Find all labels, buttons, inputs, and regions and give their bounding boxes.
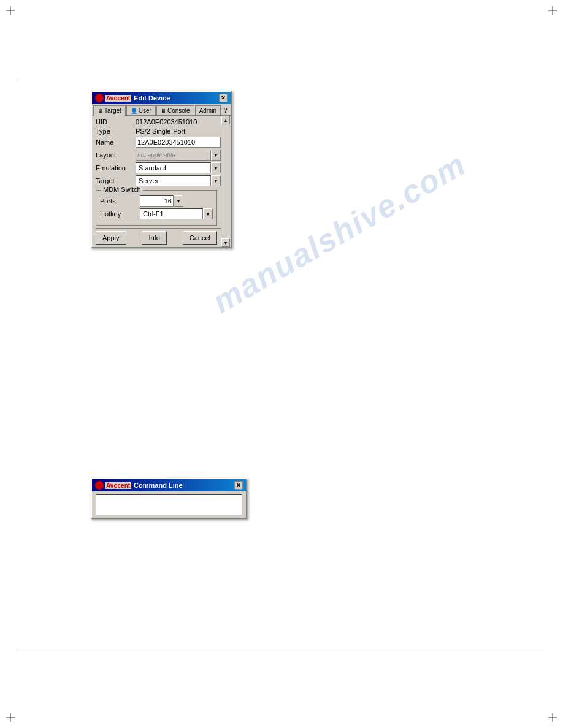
target-row: Target Server ▼ (96, 175, 221, 186)
dialog-tabs: 🖥 Target 👤 User 🖥 Console Admin ? (92, 104, 231, 116)
hotkey-label: Hotkey (100, 210, 140, 218)
layout-row: Layout not applicable ▼ (96, 150, 221, 161)
target-tab-label: Target (104, 107, 121, 114)
cmd-avocent-logo: Avocent (95, 481, 131, 490)
uid-label: UID (96, 118, 136, 126)
scroll-down-button[interactable]: ▼ (221, 238, 230, 247)
target-tab-icon: 🖥 (98, 108, 103, 114)
cmd-avocent-icon (95, 481, 104, 490)
layout-label: Layout (96, 151, 136, 159)
emulation-value: Standard (136, 162, 211, 173)
ports-dropdown-arrow[interactable]: ▼ (174, 195, 183, 207)
user-tab-icon: 👤 (131, 108, 137, 114)
dialog-scrollbar: ▲ ▼ (221, 116, 231, 247)
watermark: manualshive.com (206, 145, 472, 320)
mdm-switch-group: MDM Switch Ports ▼ Hotkey Ctrl-F1 ▼ (96, 190, 217, 226)
target-field-label: Target (96, 177, 136, 184)
tab-console[interactable]: 🖥 Console (156, 105, 194, 115)
corner-mark-bl (6, 713, 15, 722)
edit-device-close-button[interactable]: ✕ (219, 94, 228, 102)
layout-select-combo: not applicable ▼ (136, 150, 221, 161)
ports-row: Ports ▼ (100, 195, 213, 207)
command-line-titlebar: Avocent Command Line ✕ (92, 479, 246, 491)
help-button[interactable]: ? (221, 106, 230, 115)
cancel-button[interactable]: Cancel (183, 231, 217, 245)
mdm-switch-label: MDM Switch (101, 186, 143, 193)
ports-label: Ports (100, 197, 140, 205)
emulation-dropdown-arrow[interactable]: ▼ (211, 162, 221, 173)
corner-mark-br (548, 713, 557, 722)
name-label: Name (96, 138, 136, 146)
hotkey-value: Ctrl-F1 (140, 208, 203, 219)
command-line-title: Command Line (134, 482, 182, 489)
scroll-track (221, 124, 231, 238)
edit-device-title: Edit Device (134, 94, 170, 102)
ports-input[interactable] (140, 195, 174, 207)
target-value: Server (136, 175, 211, 186)
type-row: Type PS/2 Single-Port (96, 127, 221, 135)
emulation-select-combo: Standard ▼ (136, 162, 221, 173)
avocent-brand: Avocent (105, 95, 131, 102)
command-line-input-area[interactable] (96, 494, 242, 515)
layout-dropdown-arrow[interactable]: ▼ (211, 150, 221, 161)
title-left: Avocent Edit Device (95, 94, 170, 102)
target-select-combo: Server ▼ (136, 175, 221, 186)
top-rule (18, 80, 545, 80)
tab-user[interactable]: 👤 User (126, 105, 156, 115)
emulation-row: Emulation Standard ▼ (96, 162, 221, 173)
emulation-label: Emulation (96, 164, 136, 172)
cmd-title-left: Avocent Command Line (95, 481, 183, 490)
uid-row: UID 012A0E0203451010 (96, 118, 221, 126)
target-dropdown-arrow[interactable]: ▼ (211, 175, 221, 186)
dialog-buttons: Apply Info Cancel (96, 228, 221, 247)
command-line-dialog: Avocent Command Line ✕ (91, 478, 247, 519)
console-tab-label: Console (167, 107, 190, 114)
type-label: Type (96, 127, 136, 135)
tab-admin[interactable]: Admin (195, 105, 221, 115)
hotkey-dropdown-arrow[interactable]: ▼ (203, 208, 213, 219)
avocent-logo: Avocent (95, 94, 131, 102)
avocent-icon (95, 94, 104, 102)
hotkey-row: Hotkey Ctrl-F1 ▼ (100, 208, 213, 219)
name-input[interactable] (136, 137, 221, 148)
tab-target[interactable]: 🖥 Target (93, 105, 126, 116)
ports-select-combo: ▼ (140, 195, 213, 207)
edit-device-titlebar: Avocent Edit Device ✕ (92, 92, 231, 104)
layout-value: not applicable (136, 150, 211, 161)
corner-mark-tl (6, 6, 15, 15)
hotkey-select-combo: Ctrl-F1 ▼ (140, 208, 213, 219)
uid-value: 012A0E0203451010 (136, 118, 197, 126)
user-tab-label: User (139, 107, 151, 114)
scroll-up-button[interactable]: ▲ (221, 116, 230, 124)
info-button[interactable]: Info (142, 231, 166, 245)
name-row: Name (96, 137, 221, 148)
console-tab-icon: 🖥 (161, 108, 166, 114)
type-value: PS/2 Single-Port (136, 127, 185, 135)
edit-device-dialog: Avocent Edit Device ✕ 🖥 Target 👤 User 🖥 … (91, 91, 232, 248)
bottom-rule (18, 648, 545, 648)
corner-mark-tr (548, 6, 557, 15)
apply-button[interactable]: Apply (96, 231, 126, 245)
admin-tab-label: Admin (199, 107, 216, 114)
command-line-close-button[interactable]: ✕ (234, 481, 243, 490)
cmd-avocent-brand: Avocent (105, 482, 131, 489)
